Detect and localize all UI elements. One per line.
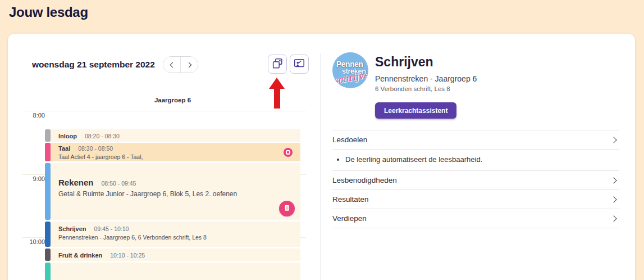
leerkrachtassistent-button[interactable]: Leerkrachtassistent <box>375 102 456 119</box>
event-subtitle: Getal & Ruimte Junior - Jaargroep 6, Blo… <box>58 190 295 198</box>
prev-day-button[interactable] <box>163 57 180 73</box>
event-title: Fruit & drinken <box>58 252 102 259</box>
section-label: Lesbenodigdheden <box>332 176 397 184</box>
event-inloop[interactable]: Inloop 08:20 - 08:30 <box>45 129 300 142</box>
event-taal[interactable]: Taal 08:30 - 08:50 Taal Actief 4 - jaarg… <box>45 143 300 161</box>
section-label: Lesdoelen <box>332 136 367 144</box>
section-label: Resultaten <box>332 195 369 204</box>
event-rekenen[interactable]: Rekenen 08:50 - 09:45 Getal & Ruimte Jun… <box>45 163 300 220</box>
chevron-right-icon <box>610 137 616 143</box>
lesson-title: Schrijven <box>375 55 433 70</box>
timeline-group-header: Jaargroep 6 <box>45 97 300 103</box>
section-verdiepen[interactable]: Verdiepen <box>332 209 619 228</box>
lesson-accordion: Lesdoelen De leerling automatiseert de l… <box>332 130 619 228</box>
page-title: Jouw lesdag <box>9 4 88 20</box>
section-lesbenodigdheden[interactable]: Lesbenodigdheden <box>332 171 619 190</box>
event-time: 08:30 - 08:50 <box>78 145 113 152</box>
event-partial[interactable] <box>45 263 300 280</box>
event-subtitle: Pennenstreken - Jaargroep 6, 6 Verbonden… <box>58 234 295 241</box>
time-label-9: 9:00 <box>22 175 45 182</box>
lesson-status-icon[interactable] <box>284 148 293 157</box>
next-day-button[interactable] <box>180 57 198 73</box>
event-title: Inloop <box>58 133 77 139</box>
event-title: Schrijven <box>58 225 86 232</box>
chevron-right-icon <box>610 177 616 183</box>
event-color-bar <box>45 163 51 220</box>
event-color-bar <box>45 263 51 280</box>
event-title: Taal <box>58 145 70 152</box>
event-time: 09:45 - 10:10 <box>94 225 129 232</box>
lesson-meta: 6 Verbonden schrift, Les 8 <box>375 85 450 92</box>
chevron-right-icon <box>186 62 191 67</box>
event-color-bar <box>45 222 51 247</box>
chevron-right-icon <box>610 215 616 222</box>
event-time: 08:20 - 08:30 <box>85 133 120 139</box>
print-button[interactable] <box>268 55 287 74</box>
digiboard-button[interactable] <box>290 55 309 74</box>
lesdoelen-content: De leerling automatiseert de leesbaarhei… <box>332 150 619 171</box>
time-label-10: 10:00 <box>22 238 45 245</box>
teacher-whiteboard-icon <box>293 57 305 71</box>
chevron-right-icon <box>610 196 616 202</box>
date-nav <box>163 56 198 73</box>
schedule-date: woensdag 21 september 2022 <box>32 60 155 70</box>
lesson-day-card: woensdag 21 september 2022 Jaargroe <box>8 34 635 280</box>
time-label-8: 8:00 <box>22 112 45 119</box>
section-label: Verdiepen <box>332 214 367 223</box>
hour-gridline <box>22 111 306 111</box>
event-schrijven[interactable]: Schrijven 09:45 - 10:10 Pennenstreken - … <box>45 222 300 247</box>
chevron-left-icon <box>170 62 175 67</box>
event-color-bar <box>45 249 51 261</box>
event-time: 10:10 - 10:25 <box>110 252 145 259</box>
section-resultaten[interactable]: Resultaten <box>332 190 619 209</box>
printer-copies-icon <box>271 57 284 71</box>
event-color-bar <box>45 129 51 142</box>
worksheet-icon <box>282 204 291 214</box>
panel-divider <box>320 53 321 280</box>
event-title: Rekenen <box>58 178 94 187</box>
event-time: 08:50 - 09:45 <box>102 180 136 187</box>
section-lesdoelen[interactable]: Lesdoelen <box>332 130 619 150</box>
red-arrow-up-annotation <box>268 78 285 109</box>
event-subtitle: Taal Actief 4 - jaargroep 6 - Taal, <box>58 153 295 160</box>
lesdoel-item: De leerling automatiseert de leesbaarhei… <box>345 155 619 164</box>
event-fruit-drinken[interactable]: Fruit & drinken 10:10 - 10:25 <box>45 249 300 261</box>
worksheet-button[interactable] <box>279 201 295 216</box>
method-logo: Pennen streken schrijven <box>332 52 368 88</box>
event-color-bar <box>45 143 51 161</box>
lesson-subtitle: Pennenstreken - Jaargroep 6 <box>375 74 477 83</box>
